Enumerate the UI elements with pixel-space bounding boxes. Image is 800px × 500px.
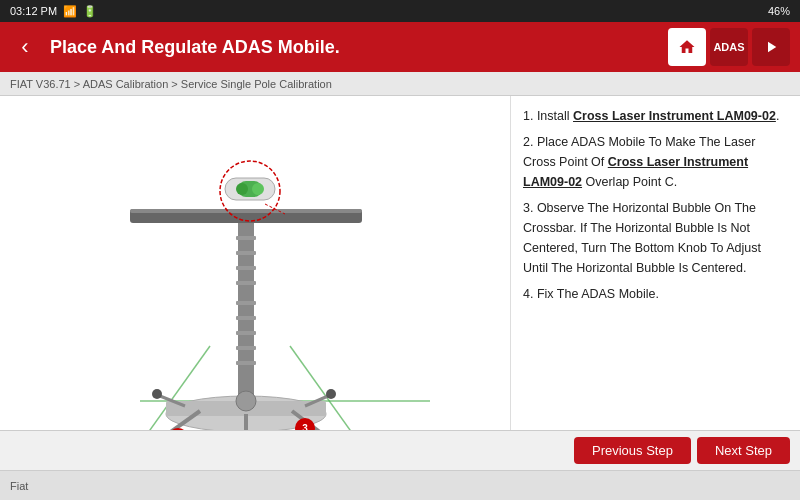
previous-step-button[interactable]: Previous Step xyxy=(574,437,691,464)
forward-button[interactable] xyxy=(752,28,790,66)
svg-rect-5 xyxy=(236,236,256,240)
brand-label: Fiat xyxy=(10,480,28,492)
instruction-2: 2. Place ADAS Mobile To Make The Laser C… xyxy=(523,132,788,192)
svg-point-32 xyxy=(326,389,336,399)
instructions-area: 1. Install Cross Laser Instrument LAM09-… xyxy=(510,96,800,430)
svg-rect-8 xyxy=(236,281,256,285)
instruction-1: 1. Install Cross Laser Instrument LAM09-… xyxy=(523,106,788,126)
svg-rect-11 xyxy=(236,331,256,335)
svg-rect-10 xyxy=(236,316,256,320)
svg-rect-6 xyxy=(236,251,256,255)
svg-point-19 xyxy=(236,183,248,195)
header-icons: ADAS xyxy=(668,28,790,66)
svg-point-30 xyxy=(152,389,162,399)
adas-button[interactable]: ADAS xyxy=(710,28,748,66)
svg-text:3: 3 xyxy=(302,423,308,430)
svg-rect-7 xyxy=(236,266,256,270)
svg-point-20 xyxy=(252,183,264,195)
svg-rect-12 xyxy=(236,346,256,350)
breadcrumb: FIAT V36.71 > ADAS Calibration > Service… xyxy=(0,72,800,96)
svg-point-33 xyxy=(236,391,256,411)
signal-icon: 🔋 xyxy=(83,5,97,18)
diagram-area: 1 2 3 C xyxy=(0,96,510,430)
instrument-name-2: Cross Laser Instrument LAM09-02 xyxy=(523,155,748,189)
battery-level: 46% xyxy=(768,5,790,17)
instruction-3: 3. Observe The Horizontal Bubble On The … xyxy=(523,198,788,278)
status-bar: 03:12 PM 📶 🔋 46% xyxy=(0,0,800,22)
instruction-4: 4. Fix The ADAS Mobile. xyxy=(523,284,788,304)
bottom-bar: Fiat xyxy=(0,470,800,500)
svg-rect-13 xyxy=(236,361,256,365)
home-button[interactable] xyxy=(668,28,706,66)
back-button[interactable]: ‹ xyxy=(10,34,40,60)
time-display: 03:12 PM xyxy=(10,5,57,17)
instrument-name-1: Cross Laser Instrument LAM09-02 xyxy=(573,109,776,123)
breadcrumb-text: FIAT V36.71 > ADAS Calibration > Service… xyxy=(10,78,332,90)
status-left: 03:12 PM 📶 🔋 xyxy=(10,5,97,18)
svg-rect-15 xyxy=(130,209,362,213)
adas-icon: ADAS xyxy=(713,41,744,53)
adas-diagram: 1 2 3 C xyxy=(10,106,500,430)
main-content: 1 2 3 C 1. Install Cross Laser Instrumen… xyxy=(0,96,800,430)
footer: Previous Step Next Step xyxy=(0,430,800,470)
wifi-icon: 📶 xyxy=(63,5,77,18)
page-title: Place And Regulate ADAS Mobile. xyxy=(50,37,658,58)
next-step-button[interactable]: Next Step xyxy=(697,437,790,464)
status-right: 46% xyxy=(768,5,790,17)
svg-rect-9 xyxy=(236,301,256,305)
header: ‹ Place And Regulate ADAS Mobile. ADAS xyxy=(0,22,800,72)
